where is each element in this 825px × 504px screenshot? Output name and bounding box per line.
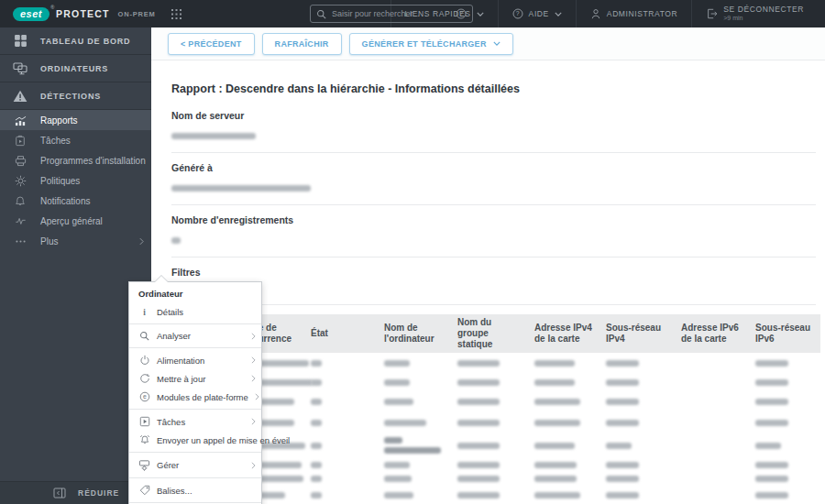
submenu-arrow-icon: [251, 375, 256, 382]
table-cell: [600, 485, 676, 504]
redacted-value: [311, 492, 322, 499]
redacted-value: [534, 476, 577, 482]
menu-divider: [129, 452, 261, 453]
refresh-button[interactable]: RAFRAÎCHIR: [262, 33, 342, 55]
table-cell: [750, 391, 820, 411]
logout-button[interactable]: SE DÉCONNECTER >9 min: [691, 0, 818, 27]
field-value-redacted: [171, 180, 816, 196]
table-cell: [676, 391, 750, 411]
table-cell: [750, 372, 820, 391]
user-menu[interactable]: ADMINISTRATOR: [576, 0, 691, 27]
eset-protect-console: eset ® PROTECT ON-PREM ? LIENS RAPIDES ?…: [0, 0, 825, 504]
redacted-value: [755, 476, 788, 482]
global-search[interactable]: ?: [310, 5, 473, 23]
column-header[interactable]: Nom du groupe statique: [452, 314, 529, 353]
table-row[interactable]: [171, 391, 820, 411]
previous-button[interactable]: < PRÉCÉDENT: [168, 33, 255, 55]
redacted-value: [384, 492, 413, 499]
table-row[interactable]: [171, 471, 820, 485]
menu-item-details[interactable]: iDétails: [129, 302, 261, 321]
help-label: AIDE: [529, 9, 549, 18]
table-cell: [600, 391, 676, 411]
menu-item-alimentation[interactable]: Alimentation: [129, 351, 261, 369]
sidebar-item-plus[interactable]: Plus: [0, 231, 151, 251]
table-cell: [379, 457, 452, 471]
menu-item-appel-mise-en-eveil[interactable]: Envoyer un appel de mise en éveil: [129, 431, 261, 449]
redacted-value: [171, 185, 311, 192]
sidebar-item-ordinateurs[interactable]: ORDINATEURS: [0, 55, 151, 82]
menu-divider: [129, 409, 261, 410]
section-divider: [171, 304, 816, 305]
logout-timer: >9 min: [723, 15, 804, 22]
help-circle-icon[interactable]: ?: [456, 8, 467, 19]
column-header[interactable]: État: [305, 314, 379, 353]
table-row[interactable]: [171, 353, 820, 372]
sidebar-item-rapports[interactable]: Rapports: [0, 110, 151, 130]
menu-item-balises[interactable]: Balises...: [129, 481, 261, 499]
menu-item-analyser[interactable]: Analyser: [129, 327, 261, 345]
installers-icon: [0, 155, 40, 167]
column-header[interactable]: Sous-réseau IPv4: [600, 314, 676, 353]
submenu-arrow-icon: [251, 333, 256, 340]
menu-item-mettre-a-jour[interactable]: Mettre à jour: [129, 369, 261, 388]
context-menu-section-title: Ordinateur: [129, 286, 261, 302]
table-row[interactable]: [171, 485, 820, 504]
redacted-value: [755, 420, 788, 426]
redacted-value: [755, 462, 788, 468]
menu-item-label: Tâches: [157, 417, 185, 427]
table-cell: [379, 391, 452, 411]
generate-download-button[interactable]: GÉNÉRER ET TÉLÉCHARGER: [349, 33, 513, 55]
table-cell: [379, 471, 452, 485]
app-grid-icon[interactable]: [170, 8, 182, 20]
product-name: PROTECT: [56, 8, 110, 19]
table-cell: [600, 372, 676, 391]
menu-divider: [129, 347, 261, 348]
menu-item-taches[interactable]: Tâches: [129, 412, 261, 431]
table-cell: [676, 457, 750, 471]
table-cell: [305, 457, 379, 471]
sidebar-item-programmes-installation[interactable]: Programmes d'installation: [0, 150, 151, 170]
redacted-value: [534, 379, 575, 386]
table-header: GravitéHeure de l'occurrenceÉtatNom de l…: [171, 314, 820, 353]
table-cell: [529, 411, 600, 433]
logo[interactable]: eset ® PROTECT ON-PREM: [7, 7, 156, 21]
user-name: ADMINISTRATOR: [607, 9, 677, 18]
sidebar-item-apercu-general[interactable]: Aperçu général: [0, 211, 151, 231]
redacted-value: [606, 420, 639, 426]
sidebar-item-politiques[interactable]: Politiques: [0, 170, 151, 191]
column-header[interactable]: Nom de l'ordinateur: [379, 314, 452, 353]
help-circle-icon: ?: [512, 8, 523, 19]
table-cell: [529, 353, 600, 372]
menu-item-modules-plate-forme[interactable]: eModules de plate-forme: [129, 388, 261, 406]
table-cell: [305, 471, 379, 485]
collapse-icon: [50, 488, 69, 499]
table-row[interactable]: [171, 411, 820, 433]
sidebar-item-tableau-de-bord[interactable]: TABLEAU DE BORD: [0, 27, 151, 55]
menu-item-gerer[interactable]: Gérer: [129, 455, 261, 475]
column-header[interactable]: Adresse IPv6 de la carte: [676, 314, 750, 353]
sidebar-item-taches[interactable]: Tâches: [0, 130, 151, 150]
redacted-value: [606, 462, 639, 468]
search-icon: [316, 9, 326, 19]
column-header[interactable]: Sous-réseau IPv6: [750, 314, 820, 353]
filters-count-link[interactable]: Nombre de filtres : 3: [171, 284, 816, 295]
redacted-value: [384, 360, 410, 367]
redacted-value: [606, 492, 639, 499]
redacted-value: [311, 476, 322, 482]
table-row[interactable]: [171, 457, 820, 471]
svg-text:i: i: [143, 308, 146, 317]
table-row[interactable]: [171, 372, 820, 391]
column-header[interactable]: Adresse IPv4 de la carte: [529, 314, 600, 353]
redacted-value: [457, 379, 500, 386]
table-cell: [305, 391, 379, 411]
field-value-redacted: [171, 127, 816, 144]
chevron-down-icon: [555, 12, 562, 16]
sidebar-item-detections[interactable]: DÉTECTIONS: [0, 82, 151, 110]
redacted-value: [606, 476, 639, 482]
table-cell: [600, 411, 676, 433]
sidebar-item-notifications[interactable]: Notifications: [0, 191, 151, 211]
redacted-value: [311, 443, 322, 449]
search-input[interactable]: [332, 9, 450, 18]
help-menu[interactable]: ? AIDE: [498, 0, 576, 27]
redacted-value: [384, 462, 410, 468]
